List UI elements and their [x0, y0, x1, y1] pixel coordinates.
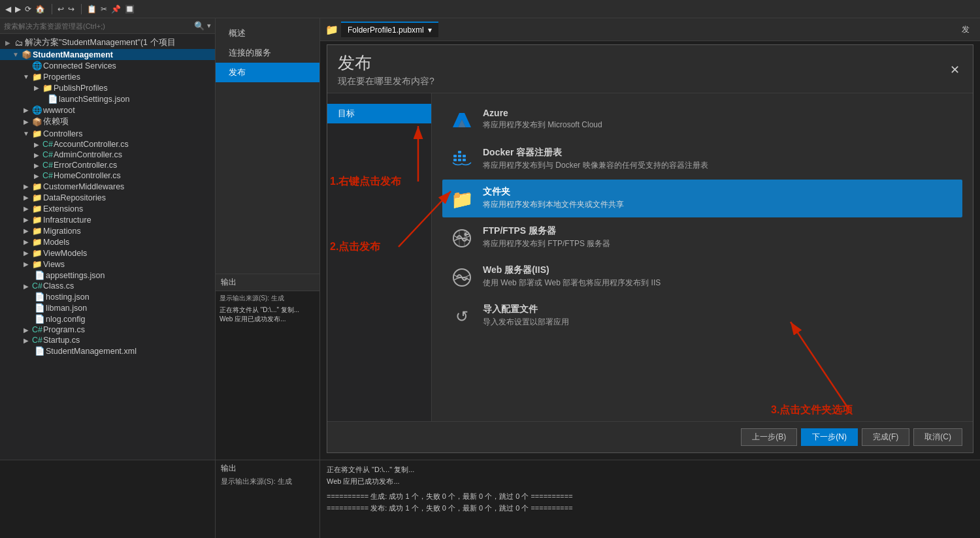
tree-item-properties[interactable]: ▼ 📁 Properties: [0, 71, 215, 82]
tree-item-programcs[interactable]: ▶ C# Program.cs: [0, 324, 215, 335]
icon: 📄: [34, 346, 46, 356]
tree-item-errorcontroller[interactable]: ▶ C# ErrorController.cs: [0, 160, 215, 170]
tree-item-datarepositories[interactable]: ▶ 📁 DataRepositories: [0, 192, 215, 203]
tree-item-migrations[interactable]: ▶ 📁 Migrations: [0, 225, 215, 236]
next-button[interactable]: 下一步(N): [801, 428, 858, 446]
publish-option-docker[interactable]: Docker 容器注册表 将应用程序发布到与 Docker 映像兼容的任何受支持…: [442, 140, 962, 178]
folder-option-text: 文件夹 将应用程序发布到本地文件夹或文件共享: [483, 186, 624, 210]
docker-option-text: Docker 容器注册表 将应用程序发布到与 Docker 映像兼容的任何受支持…: [483, 147, 708, 171]
toolbar-icon-undo[interactable]: ↩: [57, 5, 64, 14]
icon: 🌐: [31, 105, 43, 115]
cancel-button[interactable]: 取消(C): [913, 428, 962, 446]
label: Extensions: [43, 204, 215, 214]
solution-label: 解决方案"StudentManagement"(1 个项目: [25, 37, 215, 48]
right-tab-pubxml[interactable]: FolderProfile1.pubxml ▾: [341, 22, 438, 37]
search-bar: 🔍 ▾: [0, 18, 215, 34]
tree-item-accountcontroller[interactable]: ▶ C# AccountController.cs: [0, 139, 215, 150]
tree-item-startupcs[interactable]: ▶ C# Startup.cs: [0, 335, 215, 345]
arrow: ▶: [31, 84, 42, 91]
tree-item-wwwroot[interactable]: ▶ 🌐 wwwroot: [0, 104, 215, 116]
tree-item-viewmodels[interactable]: ▶ 📁 ViewModels: [0, 247, 215, 259]
tree-item-xmlconfig[interactable]: 📄 StudentManagement.xml: [0, 345, 215, 356]
toolbar-icon-box[interactable]: 🔲: [125, 5, 135, 14]
tree-item-controllers[interactable]: ▼ 📁 Controllers: [0, 128, 215, 139]
icon: 📄: [34, 314, 46, 324]
import-title: 导入配置文件: [483, 304, 569, 315]
output-source-select[interactable]: 显示输出来源(S): 生成: [221, 477, 314, 486]
icon: 📁: [31, 204, 43, 214]
wizard-area: 目标: [327, 93, 973, 421]
publish-option-folder[interactable]: 📁 文件夹 将应用程序发布到本地文件夹或文件共享: [442, 180, 962, 217]
tree-item-appsettings[interactable]: 📄 appsettings.json: [0, 270, 215, 281]
icon: C#: [42, 140, 54, 149]
publish-option-azure[interactable]: Azure 将应用程序发布到 Microsoft Cloud: [442, 101, 962, 139]
tree-item-libman[interactable]: 📄 libman.json: [0, 302, 215, 313]
dropdown-icon[interactable]: ▾: [207, 22, 211, 30]
toolbar-icon-home[interactable]: 🏠: [35, 5, 45, 14]
tree-item-classcs[interactable]: ▶ C# Class.cs: [0, 281, 215, 291]
icon: 📁: [42, 83, 54, 93]
output-line-1: 正在将文件从 "D:\..." 复制...: [220, 306, 316, 315]
iis-title: Web 服务器(IIS): [483, 264, 661, 276]
back-button[interactable]: 上一步(B): [741, 428, 797, 446]
tab-connected[interactable]: 连接的服务: [216, 43, 319, 63]
right-tab-action[interactable]: 发: [956, 23, 975, 37]
svg-rect-4: [463, 155, 466, 157]
tree-item-admincontroller[interactable]: ▶ C# AdminController.cs: [0, 150, 215, 160]
toolbar-icon-copy[interactable]: 📋: [87, 5, 97, 14]
dialog-footer: 上一步(B) 下一步(N) 完成(F) 取消(C): [327, 421, 973, 452]
bottom-mid: 输出 显示输出来源(S): 生成: [216, 460, 320, 538]
tree-item-publishprofiles[interactable]: ▶ 📁 PublishProfiles: [0, 82, 215, 93]
svg-rect-5: [453, 159, 457, 161]
tree-item-models[interactable]: ▶ 📁 Models: [0, 236, 215, 247]
tree-item-homecontroller[interactable]: ▶ C# HomeController.cs: [0, 170, 215, 181]
dialog-close-button[interactable]: ✕: [947, 60, 962, 80]
project-root[interactable]: ▼ 📦 StudentManagement: [0, 49, 215, 60]
publish-option-iis[interactable]: Web 服务器(IIS) 使用 Web 部署或 Web 部署包将应用程序发布到 …: [442, 258, 962, 296]
tree-item-launchsettings[interactable]: 📄 launchSettings.json: [0, 93, 215, 104]
output-body: 显示输出来源(S): 生成 正在将文件从 "D:\..." 复制... Web …: [216, 291, 319, 460]
tree-item-connected-services[interactable]: 🌐 Connected Services: [0, 60, 215, 71]
icon: C#: [42, 150, 54, 159]
toolbar-icon-cut[interactable]: ✂: [101, 5, 107, 14]
search-icon[interactable]: 🔍: [194, 21, 204, 31]
tree-item-infrastructure[interactable]: ▶ 📁 Infrastructure: [0, 214, 215, 225]
wizard-steps: 目标: [327, 93, 432, 421]
tree-item-dependencies[interactable]: ▶ 📦 依赖项: [0, 116, 215, 128]
toolbar-icon-pin[interactable]: 📌: [111, 5, 121, 14]
tree-item-hosting[interactable]: 📄 hosting.json: [0, 291, 215, 302]
project-label: StudentManagement: [33, 50, 215, 59]
tree-item-nlog[interactable]: 📄 nlog.config: [0, 313, 215, 324]
tab-publish[interactable]: 发布: [216, 63, 319, 82]
tree-item-views[interactable]: ▶ 📁 Views: [0, 259, 215, 270]
folder-title: 文件夹: [483, 186, 624, 198]
arrow: ▶: [21, 283, 31, 290]
output-header: 输出: [216, 274, 319, 291]
tab-overview[interactable]: 概述: [216, 24, 319, 43]
finish-button[interactable]: 完成(F): [862, 428, 909, 446]
wizard-step-target[interactable]: 目标: [327, 104, 431, 123]
arrow: ▶: [31, 162, 42, 169]
tree-item-customermiddlewares[interactable]: ▶ 📁 CustomerMiddlewares: [0, 181, 215, 192]
toolbar-icon-refresh[interactable]: ⟳: [25, 5, 31, 14]
output-line-build: ========== 生成: 成功 1 个，失败 0 个，最新 0 个，跳过 0…: [327, 491, 973, 503]
tree-item-extensions[interactable]: ▶ 📁 Extensions: [0, 203, 215, 214]
toolbar-icon-forward[interactable]: ▶: [15, 5, 21, 14]
icon: C#: [42, 171, 54, 180]
toolbar-icon-redo[interactable]: ↪: [68, 5, 74, 14]
project-arrow: ▼: [10, 51, 21, 58]
icon: 📁: [31, 182, 43, 191]
solution-root[interactable]: ▶ 🗂 解决方案"StudentManagement"(1 个项目: [0, 37, 215, 49]
publish-option-import[interactable]: ↺ 导入配置文件 导入发布设置以部署应用: [442, 297, 962, 335]
search-input[interactable]: [4, 22, 191, 30]
full-bottom: 输出 显示输出来源(S): 生成 正在将文件从 "D:\..." 复制... W…: [0, 460, 980, 538]
arrow: ▶: [21, 261, 31, 268]
toolbar-icon-back[interactable]: ◀: [5, 5, 11, 14]
solution-tree: ▶ 🗂 解决方案"StudentManagement"(1 个项目 ▼ 📦 St…: [0, 34, 215, 460]
publish-option-ftp[interactable]: FTP/FTPS 服务器 将应用程序发布到 FTP/FTPS 服务器: [442, 219, 962, 257]
dialog-header: 发布 现在要在哪里发布内容? ✕: [327, 45, 973, 93]
tab-dropdown-icon[interactable]: ▾: [428, 25, 432, 35]
ftp-icon: [450, 227, 474, 250]
label: 依赖项: [43, 116, 215, 127]
icon: 📁: [31, 259, 43, 269]
